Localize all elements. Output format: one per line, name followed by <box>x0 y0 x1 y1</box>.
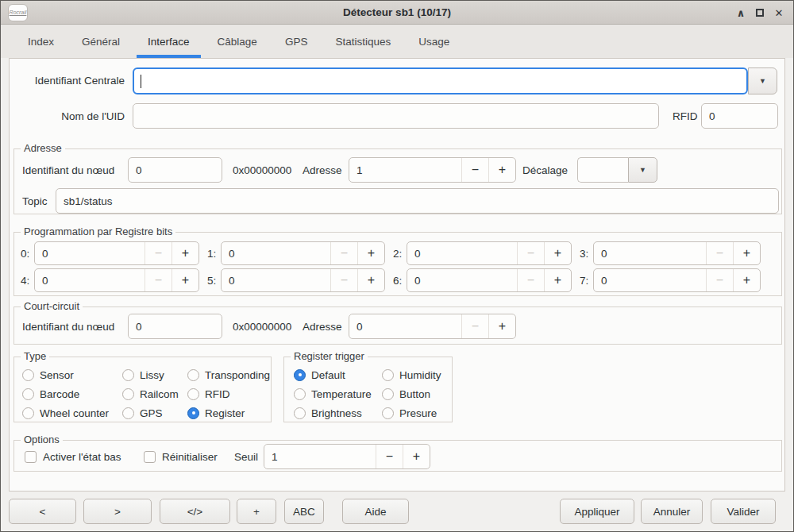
type-group: Type Sensor Lissy Transponding Barcode R… <box>13 357 272 422</box>
cc-adresse-decrement-button[interactable]: − <box>461 314 488 338</box>
rfid-input[interactable]: 0 <box>701 103 778 129</box>
registre-bits-group-title: Programmation par Registre bits <box>21 226 175 237</box>
register-5-value[interactable]: 0 <box>222 269 330 291</box>
next-button[interactable]: > <box>83 499 152 524</box>
cc-adresse-spinner: 0 − + <box>349 314 516 339</box>
node-id-value: 0 <box>136 164 142 176</box>
maximize-button[interactable] <box>750 3 769 22</box>
register-0-increment-button[interactable]: + <box>172 242 198 264</box>
register-4-decrement-button[interactable]: − <box>145 269 172 291</box>
radio-icon <box>22 369 34 381</box>
titlebar: Rocrail Détecteur sb1 (10/17) ∧ ✕ <box>1 1 793 25</box>
tab-statistiques[interactable]: Statistiques <box>333 25 392 58</box>
register-4-increment-button[interactable]: + <box>172 269 198 291</box>
decalage-value <box>577 157 628 183</box>
seuil-spinner: 1 − + <box>264 444 430 469</box>
tab-general[interactable]: Général <box>80 25 121 58</box>
register-4-value[interactable]: 0 <box>35 269 145 291</box>
register-3-value[interactable]: 0 <box>594 242 706 264</box>
close-button[interactable]: ✕ <box>769 3 788 22</box>
node-id-input[interactable]: 0 <box>128 157 222 183</box>
tab-gps[interactable]: GPS <box>283 25 310 58</box>
options-group-title: Options <box>21 434 63 445</box>
register-0-spinner: 0 − + <box>34 241 199 265</box>
radio-option-sensor[interactable]: Sensor <box>22 367 74 383</box>
radio-option-temperature[interactable]: Temperature <box>294 386 372 402</box>
registre-bits-group: Programmation par Registre bits 0: 0 − +… <box>13 232 782 296</box>
cc-adresse-increment-button[interactable]: + <box>488 314 515 338</box>
register-1-increment-button[interactable]: + <box>357 242 384 264</box>
decalage-label: Décalage <box>522 157 568 183</box>
radio-icon <box>122 407 134 419</box>
ok-button[interactable]: Valider <box>711 499 776 524</box>
checkbox-option-etat-bas[interactable]: Activer l'état bas <box>25 449 121 465</box>
prev-button[interactable]: < <box>9 499 76 524</box>
register-6-increment-button[interactable]: + <box>544 269 571 291</box>
register-0-decrement-button[interactable]: − <box>145 242 172 264</box>
topic-input[interactable]: sb1/status <box>56 188 779 214</box>
adresse-increment-button[interactable]: + <box>488 158 515 182</box>
register-7-increment-button[interactable]: + <box>733 269 760 291</box>
adresse-decrement-button[interactable]: − <box>461 158 488 182</box>
shade-button[interactable]: ∧ <box>731 3 750 22</box>
register-0-value[interactable]: 0 <box>35 242 145 264</box>
tab-interface[interactable]: Interface <box>146 25 191 58</box>
radio-option-presure[interactable]: Presure <box>382 405 437 421</box>
tab-cablage[interactable]: Câblage <box>216 25 259 58</box>
register-6-decrement-button[interactable]: − <box>517 269 544 291</box>
radio-option-transponding[interactable]: Transponding <box>187 367 270 383</box>
dialog-window: Rocrail Détecteur sb1 (10/17) ∧ ✕ Index … <box>0 0 794 532</box>
adresse-group: Adresse Identifiant du nœud 0 0x00000000… <box>13 148 782 214</box>
decalage-dropdown[interactable]: ▼ <box>577 157 657 183</box>
register-7-value[interactable]: 0 <box>594 269 706 291</box>
radio-option-wheel-counter[interactable]: Wheel counter <box>22 405 109 421</box>
register-3-increment-button[interactable]: + <box>733 242 760 264</box>
decalage-dropdown-button[interactable]: ▼ <box>628 157 657 183</box>
tab-usage[interactable]: Usage <box>417 25 451 58</box>
checkbox-icon <box>25 451 37 463</box>
cc-adresse-value[interactable]: 0 <box>349 314 461 338</box>
help-button[interactable]: Aide <box>342 499 409 524</box>
seuil-decrement-button[interactable]: − <box>376 445 403 468</box>
register-4-spinner: 0 − + <box>34 268 199 292</box>
radio-option-default[interactable]: Default <box>294 367 345 383</box>
xml-button[interactable]: </> <box>160 499 230 524</box>
adresse-spinner-value[interactable]: 1 <box>349 158 461 182</box>
seuil-increment-button[interactable]: + <box>403 445 430 468</box>
nom-uid-input[interactable] <box>133 103 659 129</box>
apply-button[interactable]: Appliquer <box>560 499 634 524</box>
tab-index[interactable]: Index <box>26 25 56 58</box>
register-5-label: 5: <box>207 268 216 292</box>
radio-option-humidity[interactable]: Humidity <box>382 367 441 383</box>
abc-button[interactable]: ABC <box>284 499 324 524</box>
radio-option-rfid[interactable]: RFID <box>187 386 230 402</box>
radio-option-railcom[interactable]: Railcom <box>122 386 179 402</box>
register-5-increment-button[interactable]: + <box>357 269 384 291</box>
radio-option-button[interactable]: Button <box>382 386 430 402</box>
add-button[interactable]: + <box>237 499 276 524</box>
register-trigger-group: Register trigger Default Humidity Temper… <box>283 357 453 422</box>
cancel-button[interactable]: Annuler <box>641 499 703 524</box>
register-2-value[interactable]: 0 <box>407 242 517 264</box>
register-2-decrement-button[interactable]: − <box>517 242 544 264</box>
seuil-value[interactable]: 1 <box>264 445 376 468</box>
radio-option-gps[interactable]: GPS <box>122 405 163 421</box>
register-1-value[interactable]: 0 <box>222 242 330 264</box>
radio-option-register[interactable]: Register <box>187 405 245 421</box>
register-2-increment-button[interactable]: + <box>544 242 571 264</box>
register-1-decrement-button[interactable]: − <box>330 242 357 264</box>
identifiant-centrale-input[interactable] <box>133 67 748 94</box>
identifiant-centrale-dropdown-button[interactable]: ▼ <box>748 67 777 94</box>
topic-label: Topic <box>22 188 48 214</box>
cc-node-id-hex: 0x00000000 <box>233 314 291 339</box>
radio-option-barcode[interactable]: Barcode <box>22 386 79 402</box>
radio-option-brightness[interactable]: Brightness <box>294 405 362 421</box>
adresse-label: Adresse <box>303 157 342 183</box>
register-6-value[interactable]: 0 <box>407 269 517 291</box>
checkbox-option-reinitialiser[interactable]: Réinitialiser <box>144 449 218 465</box>
register-7-decrement-button[interactable]: − <box>706 269 733 291</box>
cc-node-id-input[interactable]: 0 <box>128 314 222 339</box>
radio-option-lissy[interactable]: Lissy <box>122 367 164 383</box>
register-3-decrement-button[interactable]: − <box>706 242 733 264</box>
register-5-decrement-button[interactable]: − <box>330 269 357 291</box>
